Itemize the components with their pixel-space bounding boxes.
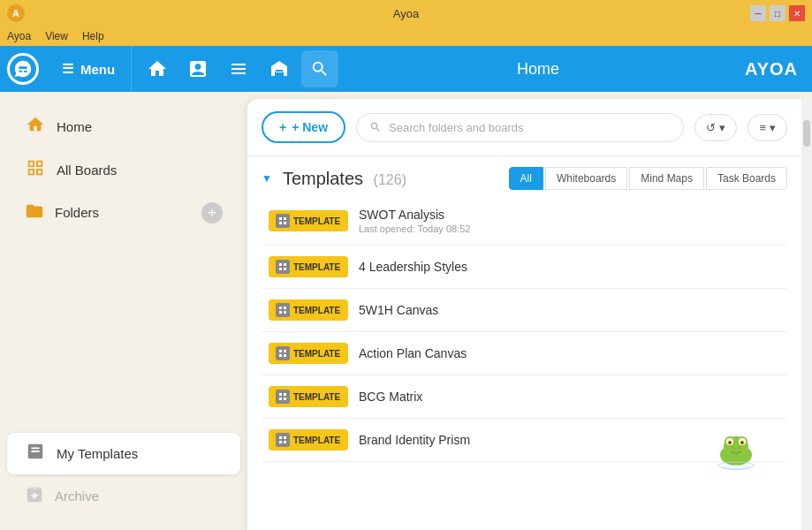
template-badge: TEMPLATE <box>269 256 348 277</box>
ayoa-brand: AYOA <box>731 59 812 80</box>
menu-ayoa[interactable]: Ayoa <box>7 30 31 42</box>
svg-rect-7 <box>284 263 286 266</box>
search-bar[interactable]: Search folders and boards <box>356 113 684 142</box>
delete-icon[interactable]: ✕ <box>770 346 780 360</box>
templates-title-text: Templates <box>283 169 363 188</box>
delete-icon[interactable]: ✕ <box>770 214 780 228</box>
nav-logo-area <box>0 46 46 92</box>
template-info: BCG Matrix <box>359 390 780 404</box>
nav-icons <box>132 50 345 87</box>
svg-point-37 <box>738 447 740 449</box>
content-toolbar: + + New Search folders and boards ↺ ▾ ≡ … <box>247 99 801 156</box>
delete-icon[interactable]: ✕ <box>770 260 780 274</box>
filter-tab-mindmaps[interactable]: Mind Maps <box>629 167 704 190</box>
delete-icon[interactable]: ✕ <box>770 433 780 447</box>
delete-icon[interactable]: ✕ <box>770 303 780 317</box>
svg-rect-14 <box>279 350 282 352</box>
whiteboard-nav-button[interactable] <box>179 50 216 87</box>
pin-icon[interactable]: ✓ <box>752 390 763 404</box>
templates-chevron-icon[interactable]: ▼ <box>262 172 272 185</box>
badge-grid-icon <box>276 346 290 360</box>
filter-tab-taskboards[interactable]: Task Boards <box>706 167 787 190</box>
search-placeholder: Search folders and boards <box>389 121 523 134</box>
notifications-nav-button[interactable] <box>261 50 298 87</box>
main-layout: Home All Boards Folders + <box>0 92 812 530</box>
menu-toggle[interactable]: ☰ Menu <box>46 46 132 92</box>
home-nav-button[interactable] <box>139 50 176 87</box>
menu-view[interactable]: View <box>45 30 68 42</box>
svg-point-34 <box>729 442 732 444</box>
template-info: 5W1H Canvas <box>359 303 780 317</box>
close-button[interactable]: ✕ <box>789 5 805 21</box>
badge-grid-icon <box>276 433 290 447</box>
pin-icon[interactable]: ✓ <box>752 303 763 317</box>
archive-label: Archive <box>55 488 99 504</box>
hamburger-icon: ☰ <box>62 61 73 77</box>
allboards-icon <box>25 158 46 182</box>
templates-list: TEMPLATE SWOT Analysis Last opened: Toda… <box>247 197 801 530</box>
template-item-5w1h[interactable]: TEMPLATE 5W1H Canvas ✓ ✕ <box>262 289 787 332</box>
svg-rect-24 <box>279 441 282 443</box>
scrollbar-thumb[interactable] <box>803 120 810 147</box>
sidebar-item-allboards[interactable]: All Boards <box>7 149 240 191</box>
search-nav-button[interactable] <box>301 50 338 87</box>
new-button[interactable]: + + New <box>262 111 345 143</box>
window-controls: ─ □ ✕ <box>750 5 805 21</box>
menu-label: Menu <box>80 62 115 77</box>
archive-icon <box>25 485 44 507</box>
mindmap-nav-button[interactable] <box>220 50 257 87</box>
template-badge: TEMPLATE <box>269 299 348 321</box>
allboards-label: All Boards <box>57 163 117 178</box>
template-item-brand[interactable]: TEMPLATE Brand Identity Prism ✓ ✕ <box>262 419 787 462</box>
template-sub: Last opened: Today 08:52 <box>359 223 780 234</box>
top-nav: ☰ Menu Home AYOA <box>0 46 812 92</box>
svg-rect-25 <box>284 441 286 443</box>
filter-tab-whiteboards[interactable]: Whiteboards <box>545 167 627 190</box>
sidebar-item-mytemplates[interactable]: My Templates <box>7 433 240 474</box>
svg-rect-17 <box>284 354 286 357</box>
minimize-button[interactable]: ─ <box>750 5 766 21</box>
svg-rect-3 <box>284 217 286 220</box>
template-item-actionplan[interactable]: TEMPLATE Action Plan Canvas ✓ ✕ <box>262 332 787 375</box>
template-item-leadership[interactable]: TEMPLATE 4 Leadership Styles ✓ ✕ <box>262 246 787 289</box>
delete-icon[interactable]: ✕ <box>770 390 780 404</box>
folders-icon <box>25 201 44 223</box>
template-name: 4 Leadership Styles <box>359 260 780 274</box>
badge-label: TEMPLATE <box>293 262 340 272</box>
templates-header: ▼ Templates (126) All Whiteboards Mind M… <box>247 156 801 197</box>
scrollbar[interactable] <box>801 99 812 530</box>
mytemplates-icon <box>25 442 46 466</box>
chat-icon[interactable] <box>7 53 39 85</box>
history-button[interactable]: ↺ ▾ <box>694 114 737 141</box>
svg-rect-6 <box>279 263 282 266</box>
pin-icon[interactable]: ✓ <box>752 214 763 228</box>
svg-rect-9 <box>284 268 286 270</box>
filter-button[interactable]: ≡ ▾ <box>747 114 787 141</box>
badge-grid-icon <box>276 214 290 228</box>
filter-tab-all[interactable]: All <box>509 167 543 190</box>
template-badge: TEMPLATE <box>269 386 348 407</box>
svg-rect-10 <box>279 307 282 309</box>
template-item-swot[interactable]: TEMPLATE SWOT Analysis Last opened: Toda… <box>262 197 787 246</box>
maximize-button[interactable]: □ <box>770 5 785 21</box>
pin-icon[interactable]: ✓ <box>752 346 763 360</box>
svg-rect-21 <box>284 398 286 400</box>
add-folder-button[interactable]: + <box>201 202 223 223</box>
badge-grid-icon <box>276 260 290 274</box>
svg-rect-22 <box>279 436 282 439</box>
menu-help[interactable]: Help <box>82 30 104 42</box>
sidebar-item-folders[interactable]: Folders + <box>7 193 240 232</box>
svg-rect-4 <box>279 222 282 224</box>
template-item-bcg[interactable]: TEMPLATE BCG Matrix ✓ ✕ <box>262 375 787 419</box>
sidebar-item-home[interactable]: Home <box>7 106 240 148</box>
svg-rect-8 <box>279 268 282 270</box>
svg-rect-23 <box>284 436 286 439</box>
sidebar-item-archive[interactable]: Archive <box>7 476 240 516</box>
folders-label: Folders <box>55 205 99 220</box>
filter-icon: ≡ <box>759 121 766 134</box>
template-badge: TEMPLATE <box>269 343 348 364</box>
svg-rect-11 <box>284 307 286 309</box>
pin-icon[interactable]: ✓ <box>752 260 763 274</box>
badge-grid-icon <box>276 390 290 404</box>
templates-count: (126) <box>374 172 406 187</box>
